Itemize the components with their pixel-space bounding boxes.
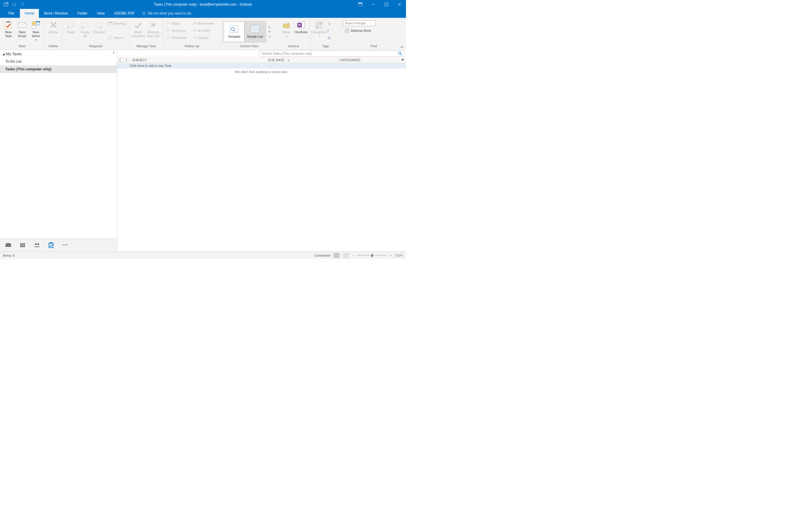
email-icon [17,20,27,30]
move-icon [282,20,291,30]
collapse-nav-icon[interactable] [112,51,115,54]
tab-send-receive[interactable]: Send / Receive [39,9,72,18]
zoom-slider[interactable] [357,255,387,256]
search-icon[interactable] [398,51,402,56]
flag-this-week: 🏳This Week [165,34,188,41]
svg-rect-26 [316,26,319,29]
nav-item-todo-list[interactable]: To-Do List [0,58,117,65]
group-label-view: Current View [221,44,277,50]
svg-rect-16 [108,22,113,23]
svg-rect-10 [32,26,36,28]
ribbon-tabs: File Home Send / Receive Folder View ADO… [0,9,406,18]
group-label-follow: Follow Up [163,44,221,50]
svg-rect-13 [82,23,88,27]
categorize-icon [314,20,324,30]
qat-customize-icon[interactable] [20,2,25,7]
column-headers: SUBJECT DUE DATE▴ CATEGORIES⚑ [117,57,406,63]
group-label-actions: Actions [278,44,310,50]
nav-calendar-icon[interactable] [20,242,26,248]
svg-rect-28 [328,23,330,25]
view-gallery-down[interactable]: ▼ [268,30,271,33]
nav-mail-icon[interactable] [5,242,11,248]
group-label-new: New [0,44,44,50]
sort-asc-icon: ▴ [288,59,289,61]
forward-button: Forward [92,19,106,34]
search-tasks-input[interactable]: Search Tasks (This computer only) [260,51,404,56]
tell-me-placeholder: Tell me what you want to do [147,11,191,16]
tell-me-search[interactable]: Tell me what you want to do [142,9,191,18]
close-button[interactable] [393,0,406,9]
zoom-in-button[interactable]: + [390,254,392,257]
reply-icon [66,20,76,30]
undo-icon[interactable] [12,2,17,7]
nav-people-icon[interactable] [34,242,40,248]
address-book-button[interactable]: Address Book [343,27,376,34]
col-icon[interactable] [117,57,124,63]
svg-point-35 [37,243,39,245]
view-gallery-up[interactable]: ▲ [268,26,271,28]
simple-list-icon [251,25,259,33]
search-people-input[interactable]: Search People [343,20,376,26]
svg-point-31 [347,30,348,31]
minimize-button[interactable] [367,0,380,9]
view-normal-icon[interactable] [333,253,340,258]
meeting-button: Meeting [106,20,127,27]
flag-icon: 🏳 [193,22,197,25]
collapse-ribbon-icon[interactable] [400,46,404,48]
status-items: Items: 0 [3,254,14,257]
new-email-button[interactable]: New Email [16,19,28,38]
view-reading-icon[interactable] [343,253,349,258]
zoom-level[interactable]: 100% [395,254,403,257]
status-connected: Connected [315,254,330,257]
nav-item-tasks[interactable]: Tasks (This computer only) [0,65,117,73]
svg-rect-37 [50,242,52,244]
col-subject[interactable]: SUBJECT [130,57,266,63]
svg-point-4 [143,12,145,14]
private-button [327,20,331,27]
maximize-button[interactable] [380,0,393,9]
task-icon [4,20,13,30]
check-icon [134,20,143,30]
view-detailed[interactable]: Detailed [224,22,244,42]
mark-complete-button: Mark Complete [131,19,145,38]
svg-point-34 [35,243,37,245]
col-due-date[interactable]: DUE DATE▴ [266,57,337,63]
new-task-button[interactable]: New Task [2,19,15,38]
group-label-tags: Tags [310,44,341,50]
col-categories[interactable]: CATEGORIES⚑ [337,57,406,63]
new-items-button[interactable]: New Items▾ [29,19,42,42]
group-label-manage: Manage Task [129,44,163,50]
tab-view[interactable]: View [92,9,110,18]
nav-more-icon[interactable]: ••• [62,242,68,248]
ribbon-display-icon[interactable] [354,0,367,9]
nav-heading-my-tasks[interactable]: ◢ My Tasks [0,50,117,58]
flag-today: 🏳Today [165,20,188,27]
reply-button: Reply [64,19,78,34]
new-task-inline-input[interactable]: Click here to add a new Task [117,63,406,68]
window-title: Tasks (This computer only) - brad@terryt… [0,2,406,6]
nav-switcher: ••• [0,238,117,251]
address-book-icon [345,28,350,33]
view-gallery-more[interactable]: ▾ [269,35,270,38]
svg-rect-5 [5,22,11,28]
nav-tasks-icon[interactable] [48,242,54,248]
forward-icon [94,20,104,30]
svg-point-11 [32,21,36,25]
more-respond-button: More ▾ [106,34,127,41]
onenote-button[interactable]: N OneNote [294,19,308,34]
tab-home[interactable]: Home [20,9,39,18]
view-simple-list[interactable]: Simple List [244,22,265,42]
col-complete[interactable] [124,57,130,63]
zoom-out-button[interactable]: − [352,254,354,257]
status-bar: Items: 0 Connected − + 100% [0,251,406,259]
svg-rect-25 [319,22,323,25]
ribbon: New Task New Email New Items▾ New Delete… [0,18,406,50]
tab-adobe-pdf[interactable]: ADOBE PDF [110,9,140,18]
move-button: Move▾ [279,19,293,38]
tab-folder[interactable]: Folder [73,9,92,18]
svg-rect-9 [36,21,40,22]
lock-icon [327,21,331,26]
outlook-launch-icon[interactable] [4,2,8,7]
tab-file[interactable]: File [2,9,20,18]
delete-icon [49,20,58,30]
